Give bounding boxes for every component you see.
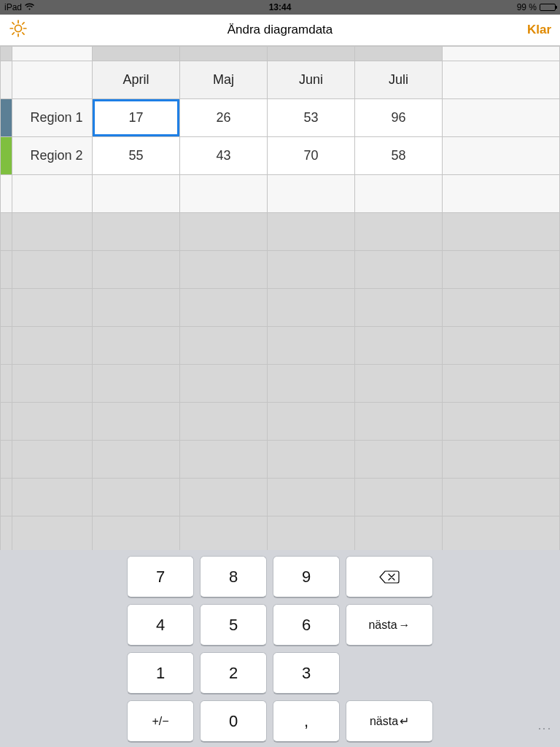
grid-cell[interactable] — [180, 441, 268, 479]
grid-cell[interactable] — [355, 441, 443, 479]
empty-cell[interactable] — [268, 175, 355, 213]
key-3[interactable]: 3 — [273, 652, 340, 694]
grid-cell[interactable] — [180, 213, 268, 251]
grid-cell[interactable] — [268, 327, 355, 365]
key-7[interactable]: 7 — [127, 556, 194, 598]
grid-cell[interactable] — [93, 479, 180, 516]
grid-cell[interactable] — [355, 213, 443, 251]
grid-cell[interactable] — [93, 213, 180, 251]
grid-cell[interactable] — [93, 441, 180, 479]
grid-cell[interactable] — [355, 516, 443, 550]
grid-cell[interactable] — [355, 403, 443, 441]
done-button[interactable]: Klar — [527, 23, 551, 37]
grid-cell[interactable] — [180, 403, 268, 441]
data-cell[interactable]: 43 — [180, 137, 268, 175]
spreadsheet[interactable]: AprilMajJuniJuliRegion 117265396Region 2… — [0, 46, 560, 550]
svg-line-7 — [12, 33, 14, 34]
gear-icon[interactable] — [9, 19, 28, 41]
column-header[interactable]: April — [93, 61, 180, 99]
svg-line-8 — [23, 23, 24, 24]
grid-cell[interactable] — [93, 365, 180, 403]
column-header[interactable]: Juni — [268, 61, 355, 99]
keyboard-options-icon[interactable]: ⋮ — [537, 722, 553, 737]
grid-cell[interactable] — [355, 327, 443, 365]
grid-cell[interactable] — [93, 289, 180, 327]
grid-cell[interactable] — [355, 251, 443, 289]
data-cell[interactable]: 26 — [180, 99, 268, 137]
empty-cell[interactable] — [180, 175, 268, 213]
grid-cell[interactable] — [93, 403, 180, 441]
column-header[interactable]: Maj — [180, 61, 268, 99]
data-cell[interactable]: 55 — [93, 137, 180, 175]
grid-cell[interactable] — [93, 251, 180, 289]
data-cell[interactable]: 70 — [268, 137, 355, 175]
grid-cell[interactable] — [268, 479, 355, 516]
grid-cell[interactable] — [180, 516, 268, 550]
svg-line-5 — [12, 23, 14, 24]
grid-cell[interactable] — [268, 403, 355, 441]
battery-percent: 99 % — [517, 2, 537, 12]
column-header[interactable]: Juli — [355, 61, 443, 99]
key-next-return[interactable]: nästa↵ — [346, 700, 433, 743]
nav-bar: Ändra diagramdata Klar — [0, 15, 560, 47]
key-6[interactable]: 6 — [273, 604, 340, 646]
key-backspace[interactable] — [346, 556, 433, 598]
battery-icon — [540, 4, 556, 11]
key-9[interactable]: 9 — [273, 556, 340, 598]
page-title: Ändra diagramdata — [228, 23, 333, 37]
key-plus-minus[interactable]: +/− — [127, 700, 194, 743]
empty-cell[interactable] — [355, 175, 443, 213]
device-label: iPad — [4, 2, 22, 12]
grid-cell[interactable] — [180, 365, 268, 403]
status-bar: iPad 13:44 99 % — [0, 0, 560, 15]
data-cell[interactable]: 58 — [355, 137, 443, 175]
key-0[interactable]: 0 — [200, 700, 267, 743]
svg-line-6 — [23, 33, 24, 34]
grid-cell[interactable] — [355, 479, 443, 516]
key-4[interactable]: 4 — [127, 604, 194, 646]
grid-cell[interactable] — [180, 289, 268, 327]
data-cell[interactable]: 96 — [355, 99, 443, 137]
empty-cell[interactable] — [93, 175, 180, 213]
data-cell[interactable]: 17 — [93, 99, 180, 137]
row-label[interactable]: Region 1 — [12, 99, 93, 137]
grid-cell[interactable] — [180, 327, 268, 365]
svg-point-0 — [15, 26, 21, 32]
grid-cell[interactable] — [93, 327, 180, 365]
grid-cell[interactable] — [355, 365, 443, 403]
grid-cell[interactable] — [180, 479, 268, 516]
grid-cell[interactable] — [268, 441, 355, 479]
grid-cell[interactable] — [268, 251, 355, 289]
key-8[interactable]: 8 — [200, 556, 267, 598]
data-cell[interactable]: 53 — [268, 99, 355, 137]
key-1[interactable]: 1 — [127, 652, 194, 694]
empty-cell[interactable] — [443, 99, 560, 137]
key-2[interactable]: 2 — [200, 652, 267, 694]
key-decimal[interactable]: , — [273, 700, 340, 743]
grid-cell[interactable] — [180, 251, 268, 289]
key-next-right[interactable]: nästa→ — [346, 604, 433, 646]
grid-cell[interactable] — [268, 213, 355, 251]
grid-cell[interactable] — [268, 289, 355, 327]
grid-cell[interactable] — [355, 289, 443, 327]
grid-cell[interactable] — [93, 516, 180, 550]
return-icon: ↵ — [400, 714, 409, 728]
row-color-tag — [1, 137, 12, 175]
grid-cell[interactable] — [268, 516, 355, 550]
numeric-keypad: 7 8 9 4 5 6 nästa→ 1 2 3 +/− 0 , nästa↵ … — [0, 550, 560, 747]
grid-cell[interactable] — [268, 365, 355, 403]
arrow-right-icon: → — [399, 619, 411, 632]
empty-cell[interactable] — [443, 137, 560, 175]
clock: 13:44 — [269, 2, 292, 12]
key-5[interactable]: 5 — [200, 604, 267, 646]
row-label[interactable]: Region 2 — [12, 137, 93, 175]
wifi-icon — [25, 3, 34, 12]
row-color-tag — [1, 99, 12, 137]
